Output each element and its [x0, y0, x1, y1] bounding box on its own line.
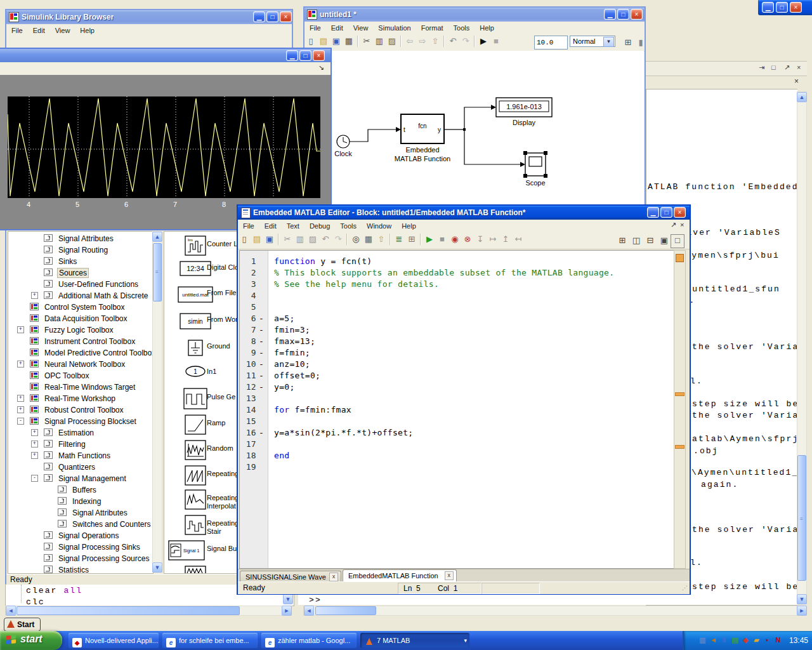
menu-tools[interactable]: Tools — [335, 221, 362, 231]
go-up-icon[interactable]: ⇧ — [375, 233, 388, 246]
block-ramp-icon[interactable] — [185, 415, 206, 437]
selection-handle[interactable] — [544, 151, 547, 155]
maximize-button[interactable]: □ — [660, 207, 672, 218]
collapse-icon[interactable]: - — [17, 418, 24, 425]
close-tab-icon[interactable]: x — [445, 571, 454, 580]
tree-item-filtering[interactable]: +Filtering — [8, 439, 153, 449]
menu-edit[interactable]: Edit — [259, 221, 282, 231]
menu-simulation[interactable]: Simulation — [373, 23, 416, 33]
maximize-button[interactable]: □ — [299, 50, 311, 61]
document-tab-embeddedmatlab-function[interactable]: EmbeddedMATLAB Functionx — [343, 569, 457, 582]
taskbar-task-3[interactable]: ezähler matlab - Googl... — [261, 633, 357, 648]
menu-file[interactable]: File — [6, 25, 28, 36]
step-out-icon[interactable]: ↥ — [499, 233, 512, 246]
tree-item-real-time-windows-target[interactable]: Real-Time Windows Target — [8, 381, 153, 392]
scope-titlebar[interactable]: ▁ □ × — [0, 49, 331, 62]
block-in1-icon[interactable]: 1 — [185, 365, 206, 380]
tree-item-sinks[interactable]: Sinks — [8, 256, 153, 267]
taskbar-task-1[interactable]: ◆Novell-delivered Appli... — [69, 633, 159, 648]
menu-debug[interactable]: Debug — [304, 221, 335, 231]
set-breakpoint-icon[interactable]: ◉ — [449, 233, 461, 246]
minimize-button[interactable]: ▁ — [647, 207, 659, 218]
cascade-icon[interactable]: ▣ — [658, 234, 671, 247]
network-icon[interactable]: ▥ — [698, 635, 707, 645]
show-functions-icon[interactable]: ▦ — [362, 233, 375, 246]
expand-icon[interactable]: + — [31, 441, 38, 448]
maximize-pane-icon[interactable]: □ — [771, 63, 776, 71]
mlint-warning-marker[interactable] — [675, 392, 684, 396]
tile-horizontal-icon[interactable]: ⊟ — [644, 234, 657, 247]
block-pulse-ge-icon[interactable] — [183, 388, 207, 412]
back-icon[interactable]: ⇦ — [403, 35, 416, 48]
close-icon[interactable]: × — [794, 77, 799, 86]
block-partial-icon[interactable] — [185, 566, 206, 574]
power-icon[interactable]: ▰ — [752, 635, 761, 645]
cut-icon[interactable]: ✂ — [281, 233, 294, 246]
command-window-vscrollbar[interactable]: ▲ ≡ — [797, 91, 807, 604]
vscroll-thumb[interactable]: ≡ — [797, 455, 806, 581]
hscroll-thumb[interactable] — [16, 606, 240, 615]
tree-item-signal-attributes[interactable]: Signal Attributes — [8, 507, 153, 518]
menu-format[interactable]: Format — [416, 23, 449, 33]
tree-item-signal-operations[interactable]: Signal Operations — [8, 530, 153, 541]
close-pane-icon[interactable]: × — [680, 221, 684, 229]
save-icon[interactable]: ▣ — [330, 35, 343, 48]
expand-icon[interactable]: + — [31, 429, 38, 436]
minimize-button[interactable]: ▁ — [762, 2, 774, 13]
tree-item-instrument-control-toolbox[interactable]: Instrument Control Toolbox — [8, 336, 153, 347]
redo-icon[interactable]: ↷ — [459, 35, 472, 48]
cut-icon[interactable]: ✂ — [360, 35, 373, 48]
menu-text[interactable]: Text — [282, 221, 304, 231]
tree-item-signal-routing[interactable]: Signal Routing — [8, 244, 153, 255]
tree-item-indexing[interactable]: Indexing — [8, 496, 153, 507]
menu-file[interactable]: File — [238, 221, 259, 231]
restore-button[interactable]: □ — [776, 2, 788, 13]
novell-icon[interactable]: N — [773, 635, 783, 645]
cell-mode-icon[interactable]: ⊞ — [405, 233, 418, 246]
dock-icon[interactable]: ⇥ — [759, 63, 764, 72]
tree-item-signal-processing-sinks[interactable]: Signal Processing Sinks — [8, 541, 153, 552]
volume-icon[interactable]: ◄ — [709, 635, 718, 645]
close-button[interactable]: × — [280, 11, 292, 22]
menu-help[interactable]: Help — [396, 221, 421, 231]
tree-item-switches-and-counters[interactable]: Switches and Counters — [8, 519, 153, 529]
close-button[interactable]: × — [631, 9, 643, 20]
undock-icon[interactable]: ↗ — [671, 221, 676, 229]
vscroll-thumb[interactable]: ≡ — [153, 243, 162, 302]
expand-icon[interactable]: + — [31, 452, 38, 459]
close-button[interactable]: × — [674, 207, 686, 218]
tree-item-math-functions[interactable]: +Math Functions — [8, 450, 153, 461]
scroll-down-icon[interactable]: ▼ — [797, 594, 807, 604]
new-file-icon[interactable]: ▯ — [238, 233, 251, 246]
print-icon[interactable]: ▦ — [343, 35, 355, 48]
taskbar-task-4[interactable]: 7 MATLAB▾ — [360, 633, 469, 648]
tree-item-signal-attributes[interactable]: Signal Attributes — [8, 233, 153, 244]
tree-item-sources[interactable]: Sources — [8, 267, 153, 278]
scroll-right-icon[interactable]: ► — [282, 606, 292, 616]
expand-icon[interactable]: + — [17, 361, 24, 368]
model-titlebar[interactable]: untitled1 * ▁ □ × — [304, 8, 645, 22]
connections-icon[interactable]: ‖ — [719, 635, 729, 645]
paste-icon[interactable]: ▨ — [306, 233, 319, 246]
expand-icon[interactable]: + — [17, 406, 24, 413]
document-tab-sinussignalsine-wave[interactable]: SINUSSIGNALSine Wavex — [240, 571, 341, 582]
stop-icon[interactable]: ■ — [436, 233, 449, 246]
menu-view[interactable]: View — [50, 25, 75, 36]
code-editor[interactable]: 1function y = fcn(t)2% This block suppor… — [239, 250, 674, 569]
menu-help[interactable]: Help — [475, 23, 499, 33]
tree-item-signal-processing-blockset[interactable]: -Signal Processing Blockset — [8, 416, 153, 427]
tree-item-statistics[interactable]: Statistics — [8, 564, 153, 574]
scroll-left-icon[interactable]: ◄ — [6, 606, 16, 616]
menu-edit[interactable]: Edit — [326, 23, 348, 33]
taskbar-task-2[interactable]: efor schleife bei embe... — [162, 633, 258, 648]
tree-item-quantizers[interactable]: Quantizers — [8, 461, 153, 472]
scroll-down-icon[interactable]: ▼ — [152, 562, 162, 573]
tree-item-robust-control-toolbox[interactable]: +Robust Control Toolbox — [8, 404, 153, 415]
step-icon[interactable]: ↧ — [474, 233, 487, 246]
scroll-right-icon[interactable]: ► — [797, 606, 807, 616]
close-tab-icon[interactable]: x — [329, 573, 338, 581]
library-tree-pane[interactable]: Signal AttributesSignal RoutingSinksSour… — [8, 231, 154, 574]
tree-item-real-time-workshop[interactable]: +Real-Time Workshop — [8, 393, 153, 404]
tree-item-opc-toolbox[interactable]: OPC Toolbox — [8, 370, 153, 381]
editor-titlebar[interactable]: Embedded MATLAB Editor - Block: untitled… — [238, 206, 690, 220]
